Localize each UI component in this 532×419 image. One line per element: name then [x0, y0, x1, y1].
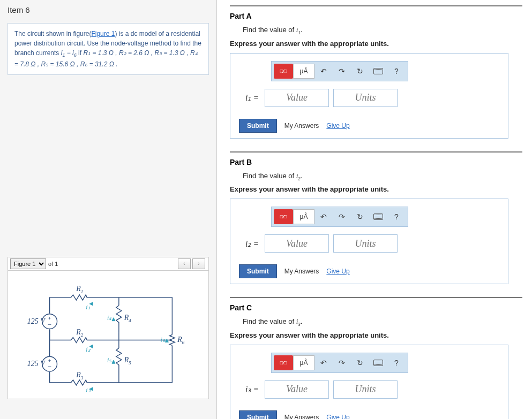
undo-button[interactable]: ↶	[314, 355, 333, 370]
figure-body: + − + −	[8, 271, 209, 399]
redo-button[interactable]: ↷	[333, 64, 351, 79]
left-panel: Item 6 The circuit shown in figure(Figur…	[0, 0, 217, 419]
undo-button[interactable]: ↶	[314, 64, 333, 79]
svg-text:−: −	[48, 363, 51, 370]
part-c-my-answers-link[interactable]: My Answers	[284, 414, 319, 419]
right-panel: Part A Find the value of i1. Express you…	[217, 0, 532, 419]
svg-text:R1: R1	[76, 285, 83, 294]
figure-link[interactable]: Figure 1	[91, 30, 115, 37]
part-c-submit-button[interactable]: Submit	[239, 410, 277, 419]
units-picker-button[interactable]: μÅ	[293, 355, 314, 370]
problem-text-a: The circuit shown in figure(	[14, 30, 91, 37]
part-a-toolbar: □⁄□ μÅ ↶ ↷ ↻ ?	[271, 61, 408, 81]
svg-text:−: −	[48, 320, 51, 327]
svg-text:i₄: i₄	[107, 314, 111, 322]
keyboard-button[interactable]	[369, 355, 387, 370]
figure-next-button[interactable]: ›	[192, 258, 205, 269]
svg-text:R5: R5	[124, 356, 132, 365]
part-b-toolbar: □⁄□ μÅ ↶ ↷ ↻ ?	[271, 207, 408, 227]
part-c-units-input[interactable]	[333, 380, 398, 399]
part-b-units-input[interactable]	[333, 234, 398, 253]
templates-button[interactable]: □⁄□	[274, 355, 293, 370]
help-button[interactable]: ?	[387, 355, 406, 370]
svg-text:i₁: i₁	[86, 303, 90, 311]
part-c-give-up-link[interactable]: Give Up	[326, 414, 349, 419]
keyboard-button[interactable]	[369, 64, 387, 79]
circuit-diagram: + − + −	[12, 275, 204, 394]
keyboard-icon	[373, 214, 383, 220]
units-picker-button[interactable]: μÅ	[293, 209, 314, 224]
redo-button[interactable]: ↷	[333, 209, 351, 224]
part-a-var-label: i₁ =	[245, 93, 260, 103]
problem-statement: The circuit shown in figure(Figure 1) is…	[8, 23, 209, 75]
figure-section: Figure 1 of 1 ‹ ›	[8, 257, 209, 399]
help-button[interactable]: ?	[387, 64, 406, 79]
part-c-value-input[interactable]	[265, 380, 329, 399]
figure-header: Figure 1 of 1 ‹ ›	[8, 257, 209, 271]
svg-text:R2: R2	[76, 328, 84, 338]
part-b-question: Find the value of i2.	[243, 172, 522, 181]
part-b-instruction: Express your answer with the appropriate…	[230, 185, 522, 193]
part-a-answer-area: □⁄□ μÅ ↶ ↷ ↻ ? i₁ = Submit My Answers Gi…	[230, 53, 508, 139]
undo-button[interactable]: ↶	[314, 209, 333, 224]
reset-button[interactable]: ↻	[351, 355, 369, 370]
part-c-var-label: i₃ =	[245, 384, 260, 394]
help-button[interactable]: ?	[387, 209, 406, 224]
keyboard-button[interactable]	[369, 209, 387, 224]
figure-prev-button[interactable]: ‹	[178, 258, 191, 269]
svg-text:125 V: 125 V	[27, 317, 46, 325]
part-a-title: Part A	[230, 12, 522, 20]
part-b-value-input[interactable]	[265, 234, 329, 253]
cond: if	[77, 49, 84, 57]
part-b-var-label: i₂ =	[245, 239, 260, 249]
svg-text:125 V: 125 V	[27, 360, 46, 368]
part-a-submit-button[interactable]: Submit	[239, 119, 277, 133]
part-a-my-answers-link[interactable]: My Answers	[284, 122, 319, 129]
part-a-value-input[interactable]	[265, 89, 329, 107]
part-a: Part A Find the value of i1. Express you…	[230, 5, 522, 139]
item-title: Item 6	[8, 5, 209, 14]
part-c: Part C Find the value of i3. Express you…	[230, 297, 522, 419]
templates-button[interactable]: □⁄□	[274, 209, 293, 224]
svg-text:R4: R4	[124, 314, 132, 323]
part-a-instruction: Express your answer with the appropriate…	[230, 40, 522, 48]
part-b-title: Part B	[230, 158, 522, 166]
part-b: Part B Find the value of i2. Express you…	[230, 151, 522, 285]
figure-select[interactable]: Figure 1	[10, 258, 46, 269]
svg-text:i₂: i₂	[86, 346, 91, 353]
part-b-submit-button[interactable]: Submit	[239, 264, 277, 278]
part-b-answer-area: □⁄□ μÅ ↶ ↷ ↻ ? i₂ = Submit My Answers Gi…	[230, 199, 508, 284]
redo-button[interactable]: ↷	[333, 355, 351, 370]
figure-count: of 1	[48, 261, 58, 267]
units-picker-button[interactable]: μÅ	[293, 64, 314, 79]
part-b-give-up-link[interactable]: Give Up	[326, 268, 349, 275]
part-a-units-input[interactable]	[333, 89, 398, 107]
part-a-question: Find the value of i1.	[243, 26, 522, 35]
svg-text:i₆: i₆	[160, 336, 165, 344]
part-c-instruction: Express your answer with the appropriate…	[230, 331, 522, 339]
svg-text:R6: R6	[177, 336, 185, 345]
reset-button[interactable]: ↻	[351, 64, 369, 79]
part-b-my-answers-link[interactable]: My Answers	[284, 268, 319, 275]
part-c-toolbar: □⁄□ μÅ ↶ ↷ ↻ ?	[271, 353, 408, 373]
templates-button[interactable]: □⁄□	[274, 64, 293, 79]
svg-text:i₅: i₅	[107, 356, 112, 364]
part-a-give-up-link[interactable]: Give Up	[326, 122, 349, 129]
part-c-question: Find the value of i3.	[243, 317, 522, 327]
var-i6: i6	[72, 49, 77, 57]
part-c-answer-area: □⁄□ μÅ ↶ ↷ ↻ ? i₃ = Submit My Answers Gi…	[230, 345, 508, 419]
svg-text:R3: R3	[76, 371, 84, 380]
keyboard-icon	[373, 68, 383, 74]
reset-button[interactable]: ↻	[351, 209, 369, 224]
dash: −	[65, 49, 72, 57]
part-c-title: Part C	[230, 303, 522, 312]
keyboard-icon	[373, 360, 383, 366]
svg-text:i₃: i₃	[86, 386, 91, 394]
